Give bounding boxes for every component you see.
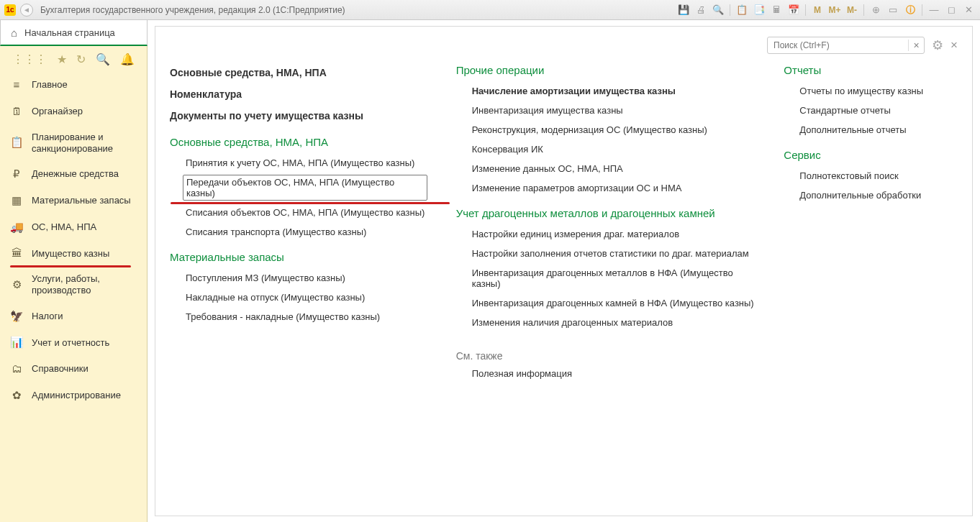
sidebar-item-assets[interactable]: 🚚ОС, НМА, НПА [0, 214, 147, 241]
section-header: Прочие операции [456, 64, 756, 76]
chart-icon: 📊 [10, 336, 23, 349]
sidebar-item-admin[interactable]: ✿Администрирование [0, 383, 147, 409]
link-item[interactable]: Реконструкция, модернизация ОС (Имуществ… [456, 122, 756, 137]
history-icon[interactable]: ↻ [76, 52, 86, 66]
top-link[interactable]: Номенклатура [170, 86, 427, 103]
top-link[interactable]: Документы по учету имущества казны [170, 107, 427, 124]
ruble-icon: ₽ [10, 168, 23, 181]
top-link[interactable]: Основные средства, НМА, НПА [170, 64, 427, 81]
search-clear-button[interactable]: × [908, 40, 924, 51]
titlebar: 1c ◄ Бухгалтерия государственного учрежд… [0, 0, 980, 20]
link-item[interactable]: Инвентаризация драгоценных камней в НФА … [456, 296, 756, 311]
compare-icon[interactable]: 📑 [752, 4, 766, 17]
close-button[interactable]: ✕ [961, 4, 976, 17]
sidebar-item-organizer[interactable]: 🗓Органайзер [0, 99, 147, 125]
m-button[interactable]: M [810, 4, 825, 17]
truck-icon: 🚚 [10, 221, 23, 234]
section-header: Основные средства, НМА, НПА [170, 136, 427, 148]
link-item[interactable]: Требования - накладные (Имущество казны) [170, 309, 427, 324]
sidebar-item-main[interactable]: ≡Главное [0, 72, 147, 99]
calc-icon[interactable]: 🖩 [769, 4, 784, 17]
home-icon: ⌂ [11, 27, 17, 39]
search-icon[interactable]: 🔍 [96, 52, 110, 66]
link-item[interactable]: Списания транспорта (Имущество казны) [170, 224, 427, 239]
app-logo-icon: 1c [4, 4, 16, 16]
calendar-icon[interactable]: 📅 [786, 4, 801, 17]
sidebar-item-taxes[interactable]: 🦅Налоги [0, 303, 147, 330]
flower-icon: ✿ [10, 389, 23, 403]
books-icon: 🗂 [10, 362, 23, 376]
treasury-icon: 🏛 [10, 247, 23, 260]
grid-icon: ▦ [10, 194, 23, 208]
panel-close-icon[interactable]: × [950, 38, 958, 52]
sidebar-item-money[interactable]: ₽Денежные средства [0, 161, 147, 188]
link-item[interactable]: Инвентаризация драгоценных металлов в НФ… [456, 265, 756, 291]
sidebar-item-reports[interactable]: 📊Учет и отчетность [0, 329, 147, 356]
link-item[interactable]: Консервация ИК [456, 142, 756, 157]
sidebar-item-refs[interactable]: 🗂Справочники [0, 356, 147, 383]
link-item[interactable]: Дополнительные отчеты [784, 122, 958, 137]
nav-label: Услуги, работы, производство [32, 273, 137, 297]
section-header: Материальные запасы [170, 251, 427, 263]
window-title: Бухгалтерия государственного учреждения,… [40, 5, 345, 15]
start-page-tab[interactable]: ⌂ Начальная страница [0, 20, 148, 46]
link-item[interactable]: Дополнительные обработки [784, 188, 958, 203]
m-plus-button[interactable]: M+ [827, 4, 842, 17]
nav-back-button[interactable]: ◄ [20, 4, 33, 17]
link-item[interactable]: Полезная информация [456, 366, 756, 381]
minimize-button[interactable]: — [927, 4, 941, 17]
link-item[interactable]: Изменение параметров амортизации ОС и НМ… [456, 180, 756, 196]
link-item[interactable]: Поступления МЗ (Имущество казны) [170, 270, 427, 285]
link-item[interactable]: Стандартные отчеты [784, 103, 958, 118]
bell-icon[interactable]: 🔔 [120, 52, 135, 66]
nav-label: ОС, НМА, НПА [32, 221, 96, 233]
link-item[interactable]: Списания объектов ОС, НМА, НПА (Имуществ… [170, 205, 427, 220]
info-icon[interactable]: ⓘ [903, 4, 917, 17]
maximize-button[interactable]: ◻ [944, 4, 958, 17]
search-box[interactable]: × [767, 37, 925, 54]
search-input[interactable] [768, 40, 908, 50]
link-item[interactable]: Принятия к учету ОС, НМА, НПА (Имущество… [170, 155, 427, 170]
link-item[interactable]: Настройки заполнения отчетов статистики … [456, 246, 756, 261]
section-header: Сервис [784, 149, 958, 161]
star-icon[interactable]: ★ [57, 52, 67, 66]
main-panel: × ⚙ × Основные средства, НМА, НПА Номенк… [155, 26, 973, 516]
link-item[interactable]: Полнотекстовый поиск [784, 168, 958, 183]
apps-icon[interactable]: ⋮⋮⋮ [12, 52, 47, 66]
m-minus-button[interactable]: M- [845, 4, 859, 17]
link-item[interactable]: Настройки единиц измерения драг. материа… [456, 226, 756, 242]
sidebar-item-services[interactable]: ⚙Услуги, работы, производство [0, 267, 147, 303]
nav-label: Справочники [32, 363, 89, 375]
start-page-label: Начальная страница [24, 27, 115, 38]
nav-label: Материальные запасы [32, 195, 131, 206]
link-item[interactable]: Накладные на отпуск (Имущество казны) [170, 290, 427, 305]
link-item[interactable]: Изменения наличия драгоценных материалов [456, 315, 756, 330]
link-item[interactable]: Начисление амортизации имущества казны [456, 83, 756, 99]
nav-label: Органайзер [32, 106, 83, 117]
sidebar-item-treasury[interactable]: 🏛Имущество казны [0, 240, 147, 267]
nav-label: Учет и отчетность [32, 337, 109, 349]
nav-label: Имущество казны [32, 248, 109, 260]
see-also-header: См. также [456, 350, 756, 362]
sidebar-item-planning[interactable]: 📋Планирование и санкционирование [0, 125, 147, 162]
gear-icon[interactable]: ⚙ [932, 37, 943, 53]
zoom-icon[interactable]: ⊕ [868, 4, 883, 17]
link-item[interactable]: Изменение данных ОС, НМА, НПА [456, 161, 756, 176]
preview-icon[interactable]: 🔍 [711, 4, 725, 17]
nav-label: Денежные средства [32, 168, 119, 180]
link-item[interactable]: Инвентаризация имущества казны [456, 103, 756, 118]
plan-icon: 📋 [10, 136, 23, 150]
print-icon[interactable]: 🖨 [694, 4, 708, 17]
nav-label: Администрирование [32, 390, 121, 401]
sidebar: ⌂ Начальная страница ⋮⋮⋮ ★ ↻ 🔍 🔔 ≡Главно… [0, 20, 148, 522]
eagle-icon: 🦅 [10, 310, 23, 324]
sidebar-toolbar: ⋮⋮⋮ ★ ↻ 🔍 🔔 [0, 46, 147, 72]
sidebar-item-stock[interactable]: ▦Материальные запасы [0, 188, 147, 214]
link-item[interactable]: Отчеты по имуществу казны [784, 83, 958, 99]
clipboard-icon[interactable]: 📋 [735, 4, 749, 17]
nav-label: Налоги [32, 311, 63, 322]
save-icon[interactable]: 💾 [676, 4, 691, 17]
link-transfer-assets[interactable]: Передачи объектов ОС, НМА, НПА (Имуществ… [183, 175, 427, 201]
calendar-nav-icon: 🗓 [10, 105, 23, 119]
book-icon[interactable]: ▭ [886, 4, 900, 17]
